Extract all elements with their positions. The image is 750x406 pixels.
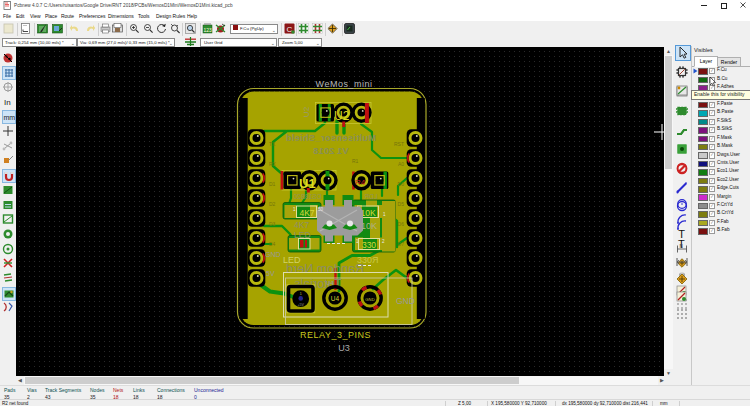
- svg-text:5V: 5V: [266, 270, 275, 277]
- svg-text:Random Nerd: Random Nerd: [286, 262, 364, 276]
- svg-text:330: 330: [362, 240, 376, 250]
- svg-text:D3: D3: [269, 221, 276, 227]
- svg-text:10K: 10K: [361, 221, 377, 231]
- svg-text:D0: D0: [398, 181, 405, 187]
- svg-text:LED: LED: [294, 230, 311, 240]
- svg-text:TX: TX: [269, 141, 276, 147]
- svg-text:DS18B20: DS18B20: [293, 193, 321, 200]
- svg-text:RX: RX: [269, 161, 277, 167]
- svg-text:GND: GND: [265, 251, 281, 258]
- svg-text:D2: D2: [269, 201, 276, 207]
- svg-text:U4: U4: [326, 280, 334, 286]
- svg-text:Multisensor_Shield: Multisensor_Shield: [286, 132, 377, 143]
- svg-text:WeMos_mini: WeMos_mini: [316, 79, 373, 89]
- svg-text:U2: U2: [334, 109, 350, 123]
- svg-text:U4: U4: [331, 295, 340, 302]
- svg-text:RELAY_3_PINS: RELAY_3_PINS: [300, 330, 371, 340]
- svg-text:1: 1: [300, 292, 302, 296]
- svg-text:4K7: 4K7: [299, 208, 314, 218]
- svg-text:V1 2018: V1 2018: [313, 145, 348, 156]
- svg-text:D1: D1: [269, 181, 276, 187]
- svg-text:mm: mm: [3, 114, 15, 121]
- svg-text:D7: D7: [398, 241, 405, 247]
- svg-text:T: T: [678, 238, 685, 250]
- svg-text:U3: U3: [338, 343, 350, 353]
- svg-text:U2: U2: [302, 106, 311, 117]
- svg-text:+5V: +5V: [297, 303, 304, 307]
- svg-text:RST: RST: [394, 141, 404, 147]
- svg-text:D5: D5: [398, 201, 405, 207]
- svg-text:R4: R4: [355, 178, 366, 187]
- svg-text:4K7: 4K7: [294, 220, 309, 230]
- svg-text:In: In: [4, 98, 11, 107]
- svg-text:50: 50: [318, 207, 324, 212]
- svg-text:D4: D4: [269, 241, 276, 247]
- svg-text:GND: GND: [365, 297, 374, 302]
- svg-text:LDR: LDR: [364, 193, 377, 200]
- svg-text:A0: A0: [398, 161, 404, 167]
- svg-text:123: 123: [204, 27, 213, 33]
- svg-text:D6: D6: [398, 221, 405, 227]
- svg-text:R1: R1: [352, 158, 359, 164]
- svg-text:GND: GND: [396, 296, 415, 306]
